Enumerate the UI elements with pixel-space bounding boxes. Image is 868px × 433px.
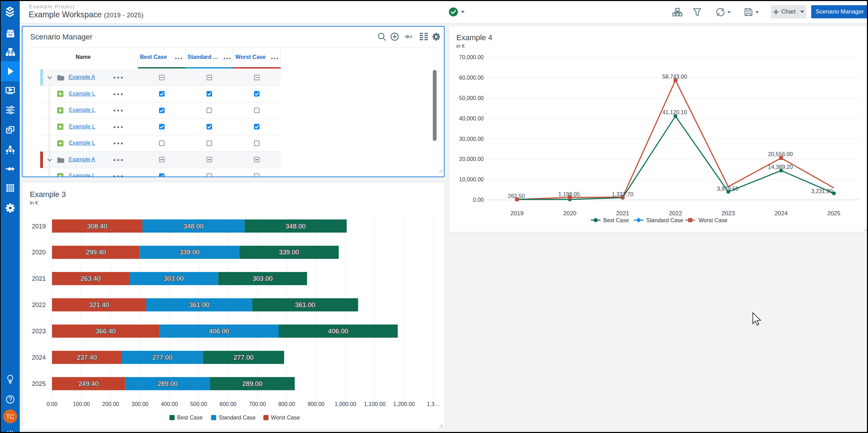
svg-text:303.00: 303.00 (253, 275, 273, 282)
svg-text:1,337.70: 1,337.70 (612, 191, 633, 197)
svg-text:50,000.00: 50,000.00 (459, 95, 484, 101)
svg-text:200.00: 200.00 (102, 401, 119, 407)
svg-text:2020: 2020 (32, 249, 46, 256)
svg-text:289.00: 289.00 (157, 380, 177, 387)
svg-text:1,198.05: 1,198.05 (558, 191, 580, 197)
svg-text:2021: 2021 (616, 210, 629, 217)
svg-text:20,000.00: 20,000.00 (459, 156, 484, 162)
svg-text:1,000.00: 1,000.00 (335, 401, 356, 407)
svg-text:339.00: 339.00 (279, 249, 299, 256)
svg-text:TC: TC (6, 413, 15, 420)
svg-text:2024: 2024 (32, 354, 46, 361)
svg-text:40,000.00: 40,000.00 (459, 116, 484, 121)
svg-text:2023: 2023 (32, 328, 46, 335)
svg-text:800.00: 800.00 (278, 401, 295, 407)
svg-text:Standard Case: Standard Case (646, 217, 683, 223)
svg-text:2025: 2025 (32, 380, 46, 387)
svg-text:361.00: 361.00 (295, 301, 315, 308)
svg-text:299.40: 299.40 (86, 249, 106, 256)
svg-text:339.00: 339.00 (179, 249, 200, 256)
svg-text:2023: 2023 (722, 210, 735, 217)
svg-text:58,743.00: 58,743.00 (662, 74, 687, 80)
svg-text:277.00: 277.00 (152, 354, 172, 361)
svg-text:361.00: 361.00 (189, 301, 209, 308)
svg-text:14,389.20: 14,389.20 (768, 164, 793, 170)
svg-text:289.00: 289.00 (242, 380, 262, 387)
svg-text:406.00: 406.00 (209, 327, 229, 335)
svg-text:237.40: 237.40 (77, 354, 97, 361)
svg-text:263.40: 263.40 (80, 275, 100, 282)
svg-text:277.00: 277.00 (234, 354, 254, 361)
svg-text:2019: 2019 (510, 210, 524, 217)
svg-text:70,000.00: 70,000.00 (459, 54, 484, 60)
svg-text:0.00: 0.00 (46, 401, 57, 407)
svg-text:2020: 2020 (563, 210, 576, 217)
svg-text:100.00: 100.00 (73, 401, 90, 407)
svg-text:2021: 2021 (32, 275, 46, 282)
svg-text:Standard Case: Standard Case (219, 415, 256, 421)
svg-text:303.00: 303.00 (164, 275, 184, 282)
svg-text:2022: 2022 (669, 210, 682, 217)
svg-text:700.00: 700.00 (249, 401, 266, 407)
svg-text:1,100.00: 1,100.00 (364, 401, 385, 407)
svg-text:300.00: 300.00 (132, 401, 149, 407)
svg-text:249.40: 249.40 (79, 380, 99, 387)
svg-text:Worst Case: Worst Case (699, 217, 727, 223)
svg-text:400.00: 400.00 (161, 401, 178, 407)
svg-text:348.00: 348.00 (183, 223, 203, 230)
svg-text:0.00: 0.00 (473, 197, 484, 203)
svg-text:1,3…: 1,3… (427, 401, 440, 407)
svg-text:262.50: 262.50 (508, 193, 525, 199)
svg-text:Best Case: Best Case (603, 217, 629, 223)
svg-text:41,120.10: 41,120.10 (662, 109, 687, 115)
svg-text:321.40: 321.40 (89, 301, 109, 308)
svg-text:348.00: 348.00 (286, 223, 306, 230)
svg-text:2019: 2019 (32, 223, 46, 230)
svg-text:500.00: 500.00 (190, 401, 207, 407)
svg-text:3,231.90: 3,231.90 (811, 188, 833, 194)
svg-text:1,200.00: 1,200.00 (393, 401, 415, 407)
svg-text:406.00: 406.00 (328, 327, 348, 335)
svg-text:Worst Case: Worst Case (271, 415, 300, 421)
svg-text:60,000.00: 60,000.00 (459, 75, 484, 81)
svg-text:308.40: 308.40 (87, 223, 107, 230)
svg-text:3,979.50: 3,979.50 (717, 186, 738, 192)
svg-text:2022: 2022 (32, 301, 46, 308)
svg-text:30,000.00: 30,000.00 (459, 136, 484, 142)
svg-text:366.40: 366.40 (96, 327, 116, 335)
svg-text:10,000.00: 10,000.00 (459, 177, 484, 182)
svg-text:600.00: 600.00 (220, 401, 237, 407)
svg-text:2024: 2024 (774, 210, 788, 217)
svg-text:2025: 2025 (827, 210, 841, 217)
svg-text:20,556.00: 20,556.00 (768, 151, 793, 157)
svg-text:Best Case: Best Case (177, 415, 203, 421)
svg-text:900.00: 900.00 (308, 401, 325, 407)
